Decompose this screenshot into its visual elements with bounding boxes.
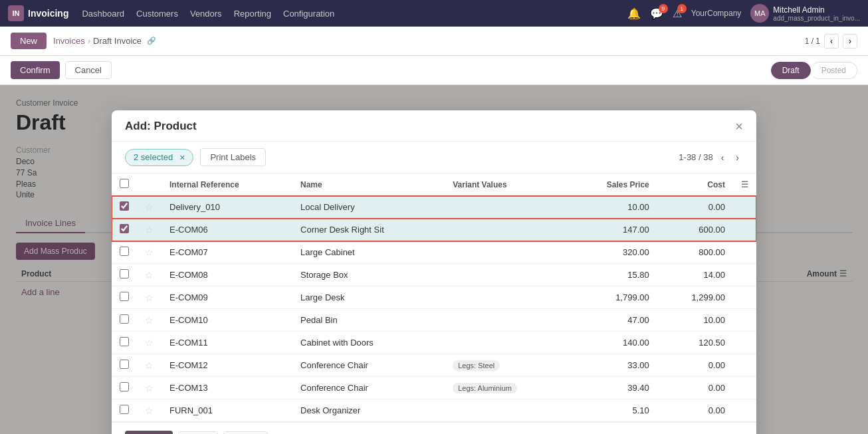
row-name: Desk Organizer xyxy=(292,399,445,422)
app-logo-icon: IN xyxy=(8,5,24,21)
page-info: 1 / 1 xyxy=(805,37,820,46)
clear-selection-button[interactable]: × xyxy=(179,152,185,163)
new-button[interactable]: New xyxy=(11,33,47,49)
table-row[interactable]: ☆E-COM09Large Desk1,799.001,299.00 xyxy=(112,286,756,309)
nav-vendors[interactable]: Vendors xyxy=(190,9,222,19)
selected-badge: 2 selected × xyxy=(125,149,193,166)
row-cost: 800.00 xyxy=(657,241,733,264)
company-name: YourCompany xyxy=(691,9,742,18)
table-row[interactable]: ☆E-COM07Large Cabinet320.00800.00 xyxy=(112,241,756,264)
row-variant xyxy=(445,286,568,309)
star-icon[interactable]: ☆ xyxy=(145,315,154,326)
row-cost: 10.00 xyxy=(657,309,733,332)
row-checkbox[interactable] xyxy=(120,224,129,233)
row-checkbox[interactable] xyxy=(120,247,129,256)
row-variant xyxy=(445,241,568,264)
dialog-next-page[interactable]: › xyxy=(732,151,743,164)
prev-page-button[interactable]: ‹ xyxy=(824,34,839,49)
row-variant xyxy=(445,332,568,354)
row-cost: 14.00 xyxy=(657,264,733,286)
row-checkbox[interactable] xyxy=(120,314,129,324)
next-page-button[interactable]: › xyxy=(843,34,857,49)
star-icon[interactable]: ☆ xyxy=(145,360,154,371)
star-icon[interactable]: ☆ xyxy=(145,338,154,348)
row-checkbox[interactable] xyxy=(120,201,129,211)
breadcrumb-separator: › xyxy=(88,36,90,46)
nav-dashboard[interactable]: Dashboard xyxy=(82,9,124,19)
external-link-icon[interactable]: 🔗 xyxy=(147,37,156,45)
row-settings-cell xyxy=(733,399,756,422)
row-checkbox[interactable] xyxy=(120,360,129,369)
star-icon[interactable]: ☆ xyxy=(145,247,154,258)
col-header-name: Name xyxy=(292,173,445,196)
row-cost: 0.00 xyxy=(657,196,733,219)
add-product-dialog: Add: Product × 2 selected × Print Labels… xyxy=(112,110,756,434)
pagination-info: 1-38 / 38 xyxy=(679,152,712,162)
col-header-checkbox xyxy=(112,173,137,196)
user-menu[interactable]: MA Mitchell Admin add_mass_product_in_in… xyxy=(750,4,860,23)
page-navigation: 1 / 1 ‹ › xyxy=(805,34,857,49)
select-all-checkbox[interactable] xyxy=(120,179,129,188)
row-name: Large Desk xyxy=(292,286,445,309)
row-internal-ref: E-COM12 xyxy=(162,354,292,377)
row-checkbox[interactable] xyxy=(120,405,129,414)
table-row[interactable]: ☆Delivery_010Local Delivery10.000.00 xyxy=(112,196,756,219)
table-row[interactable]: ☆E-COM08Storage Box15.8014.00 xyxy=(112,264,756,286)
nav-configuration[interactable]: Configuration xyxy=(283,9,334,19)
row-checkbox-cell xyxy=(112,219,137,241)
col-header-internal-ref: Internal Reference xyxy=(162,173,292,196)
footer-close-button[interactable]: Close xyxy=(223,431,268,434)
table-row[interactable]: ☆E-COM06Corner Desk Right Sit147.00600.0… xyxy=(112,219,756,241)
select-button[interactable]: Select xyxy=(125,431,173,434)
status-posted: Posted xyxy=(811,62,857,79)
messages-icon-btn[interactable]: 💬 9 xyxy=(650,7,663,20)
row-internal-ref: E-COM07 xyxy=(162,241,292,264)
dialog-table: Internal Reference Name Variant Values S… xyxy=(112,173,756,422)
nav-reporting[interactable]: Reporting xyxy=(234,9,271,19)
row-internal-ref: E-COM06 xyxy=(162,219,292,241)
row-checkbox-cell xyxy=(112,309,137,332)
dialog-prev-page[interactable]: ‹ xyxy=(717,151,728,164)
alerts-badge: 1 xyxy=(677,4,687,13)
star-icon[interactable]: ☆ xyxy=(145,405,154,416)
dialog-footer: Select New Close xyxy=(112,422,756,434)
row-name: Pedal Bin xyxy=(292,309,445,332)
nav-customers[interactable]: Customers xyxy=(136,9,178,19)
cancel-button[interactable]: Cancel xyxy=(65,61,112,79)
print-labels-button[interactable]: Print Labels xyxy=(200,148,266,166)
row-checkbox-cell xyxy=(112,264,137,286)
star-icon[interactable]: ☆ xyxy=(145,225,154,235)
star-icon[interactable]: ☆ xyxy=(145,202,154,213)
footer-new-button[interactable]: New xyxy=(178,431,218,434)
star-icon[interactable]: ☆ xyxy=(145,383,154,393)
alerts-icon-btn[interactable]: ⚠ 1 xyxy=(673,7,682,20)
row-checkbox-cell xyxy=(112,377,137,399)
star-icon[interactable]: ☆ xyxy=(145,292,154,303)
row-checkbox[interactable] xyxy=(120,382,129,391)
table-row[interactable]: ☆FURN_001Desk Organizer5.100.00 xyxy=(112,399,756,422)
user-name: Mitchell Admin xyxy=(773,5,860,15)
row-checkbox[interactable] xyxy=(120,337,129,346)
row-internal-ref: E-COM10 xyxy=(162,309,292,332)
row-checkbox[interactable] xyxy=(120,292,129,301)
app-logo[interactable]: IN Invoicing xyxy=(8,5,68,21)
row-star-cell: ☆ xyxy=(137,399,162,422)
row-variant xyxy=(445,219,568,241)
row-checkbox[interactable] xyxy=(120,269,129,278)
row-cost: 600.00 xyxy=(657,219,733,241)
confirm-button[interactable]: Confirm xyxy=(11,61,60,79)
bell-icon-btn[interactable]: 🔔 xyxy=(627,7,641,20)
dialog-toolbar: 2 selected × Print Labels 1-38 / 38 ‹ › xyxy=(112,142,756,173)
table-row[interactable]: ☆E-COM11Cabinet with Doors140.00120.50 xyxy=(112,332,756,354)
row-checkbox-cell xyxy=(112,354,137,377)
table-row[interactable]: ☆E-COM13Conference ChairLegs: Aluminium3… xyxy=(112,377,756,399)
breadcrumb-parent[interactable]: Invoices xyxy=(53,36,85,46)
topnav-right: 🔔 💬 9 ⚠ 1 YourCompany MA Mitchell Admin … xyxy=(627,4,860,23)
table-row[interactable]: ☆E-COM12Conference ChairLegs: Steel33.00… xyxy=(112,354,756,377)
column-settings-icon[interactable]: ☰ xyxy=(741,180,748,189)
table-row[interactable]: ☆E-COM10Pedal Bin47.0010.00 xyxy=(112,309,756,332)
dialog-close-button[interactable]: × xyxy=(735,120,743,133)
col-header-variant: Variant Values xyxy=(445,173,568,196)
row-star-cell: ☆ xyxy=(137,241,162,264)
star-icon[interactable]: ☆ xyxy=(145,270,154,280)
